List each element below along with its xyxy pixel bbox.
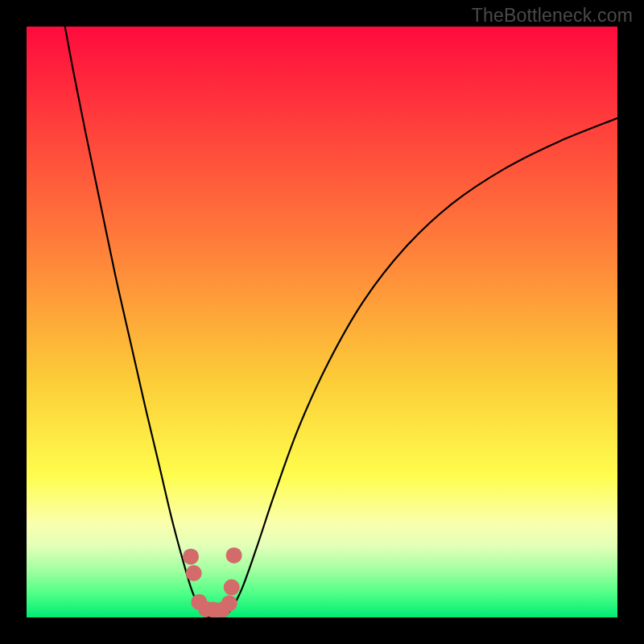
highlight-marker [186,565,202,581]
plot-area [27,27,617,617]
highlight-marker [221,595,237,611]
highlight-marker [183,548,199,564]
gradient-background [27,27,617,617]
watermark-text: TheBottleneck.com [472,5,633,27]
highlight-marker [226,547,242,564]
highlight-marker [224,580,240,596]
chart-frame: TheBottleneck.com [0,0,644,644]
chart-svg [27,27,617,617]
